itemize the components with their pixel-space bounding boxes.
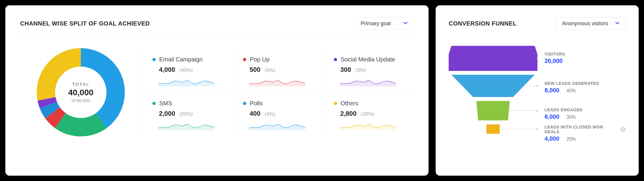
channel-split-body: TOTAL 40,000 of 60,000 Email Campaign 4,…	[20, 37, 414, 138]
funnel-leader-dot	[537, 110, 537, 112]
funnel-graphic	[449, 41, 537, 155]
channel-split-title: CHANNEL WISE SPLIT OF GOAL ACHIEVED	[20, 20, 150, 27]
funnel-stage-value: 20,000	[545, 58, 563, 64]
funnel-stage-value: 6,000	[545, 113, 559, 120]
channel-color-dot	[243, 102, 246, 105]
funnel-stage-percent: 40%	[566, 88, 576, 93]
help-icon[interactable]: ?	[620, 127, 626, 132]
funnel-dropdown-label: Anonymous visitors	[562, 20, 608, 27]
funnel-stage-row: LEADS ENGAGED 6,000 30%	[545, 101, 626, 126]
channel-cell: Pop Up 500 (5%)	[232, 48, 323, 92]
channel-sparkline	[152, 120, 223, 131]
channel-value: 4,000	[159, 66, 175, 74]
channel-percent: (4%)	[265, 111, 275, 117]
channels-grid: Email Campaign 4,000 (40%) Pop Up 500 (5…	[141, 48, 414, 136]
channel-cell: Social Media Update 300 (3%)	[323, 48, 414, 92]
channel-sparkline	[243, 76, 313, 87]
funnel-stage-value: 8,000	[545, 87, 559, 94]
funnel-stage-label: LEADS ENGAGED	[545, 107, 626, 112]
channel-percent: (3%)	[355, 67, 366, 73]
channel-name: Pop Up	[250, 56, 270, 63]
donut-total-value: 40,000	[68, 88, 94, 97]
funnel-stage-shape	[451, 75, 534, 97]
channel-cell: SMS 2,000 (20%)	[142, 92, 232, 136]
channel-color-dot	[243, 58, 246, 61]
funnel-stage-shape	[476, 101, 510, 120]
donut-total-label: TOTAL	[72, 82, 90, 87]
channel-color-dot	[152, 58, 156, 61]
channel-value: 2,000	[159, 110, 175, 118]
funnel-stages-list: VISITORS 20,000 NEW LEADS GENERATED 8,00…	[545, 41, 626, 155]
funnel-header: CONVERSION FUNNEL Anonymous visitors	[449, 17, 626, 30]
funnel-stage-row: LEADS WITH CLOSED WON DEALS? 4,000 20%	[545, 126, 626, 140]
funnel-leader-dot	[537, 128, 537, 130]
funnel-card: CONVERSION FUNNEL Anonymous visitors VIS…	[436, 5, 639, 176]
donut-chart: TOTAL 40,000 of 60,000	[35, 46, 127, 138]
channel-cell: Email Campaign 4,000 (40%)	[142, 48, 232, 92]
funnel-stage-shape	[487, 124, 500, 134]
channel-name: Email Campaign	[159, 56, 203, 63]
channel-value: 2,800	[340, 110, 357, 118]
funnel-stage-label: NEW LEADS GENERATED	[545, 81, 626, 86]
channel-color-dot	[334, 58, 337, 61]
donut-center: TOTAL 40,000 of 60,000	[35, 46, 127, 138]
funnel-stage-label: LEADS WITH CLOSED WON DEALS?	[545, 125, 626, 134]
channel-sparkline	[334, 120, 404, 131]
channel-sparkline	[243, 120, 313, 131]
channel-name: Social Media Update	[341, 56, 395, 63]
channel-split-header: CHANNEL WISE SPLIT OF GOAL ACHIEVED Prim…	[20, 17, 414, 37]
channel-sparkline	[334, 76, 404, 87]
channel-name: Polls	[250, 100, 263, 107]
funnel-stage-value: 4,000	[545, 135, 559, 142]
funnel-leader-dot	[537, 85, 537, 87]
channel-percent: (5%)	[265, 67, 275, 73]
chevron-down-icon	[615, 22, 619, 26]
funnel-title: CONVERSION FUNNEL	[449, 20, 517, 27]
funnel-stage-percent: 30%	[566, 115, 576, 120]
channel-color-dot	[334, 102, 337, 105]
goal-dropdown-label: Primary goal	[361, 20, 391, 27]
channel-percent: (20%)	[179, 111, 193, 117]
chevron-down-icon	[403, 22, 408, 26]
funnel-stage-percent: 20%	[566, 136, 576, 142]
channel-value: 400	[249, 110, 260, 118]
channel-value: 300	[340, 66, 351, 74]
channel-split-card: CHANNEL WISE SPLIT OF GOAL ACHIEVED Prim…	[5, 5, 429, 176]
funnel-dropdown[interactable]: Anonymous visitors	[556, 17, 626, 30]
channel-percent: (28%)	[361, 111, 374, 117]
funnel-stage-shape	[449, 46, 537, 71]
channel-percent: (40%)	[179, 67, 193, 73]
goal-dropdown[interactable]: Primary goal	[355, 17, 414, 30]
donut-total-sub: of 60,000	[72, 98, 90, 103]
channel-name: SMS	[159, 100, 172, 107]
funnel-stage-row: NEW LEADS GENERATED 8,000 40%	[545, 73, 626, 101]
channel-name: Others	[341, 100, 358, 107]
funnel-area: VISITORS 20,000 NEW LEADS GENERATED 8,00…	[449, 41, 626, 155]
channel-cell: Polls 400 (4%)	[232, 92, 323, 136]
channel-cell: Others 2,800 (28%)	[323, 92, 414, 136]
channel-value: 500	[249, 66, 260, 74]
funnel-stage-row: VISITORS 20,000	[545, 42, 626, 73]
channel-color-dot	[152, 102, 156, 105]
donut-chart-wrap: TOTAL 40,000 of 60,000	[20, 46, 141, 138]
funnel-stage-label: VISITORS	[545, 52, 626, 56]
channel-sparkline	[152, 76, 223, 87]
